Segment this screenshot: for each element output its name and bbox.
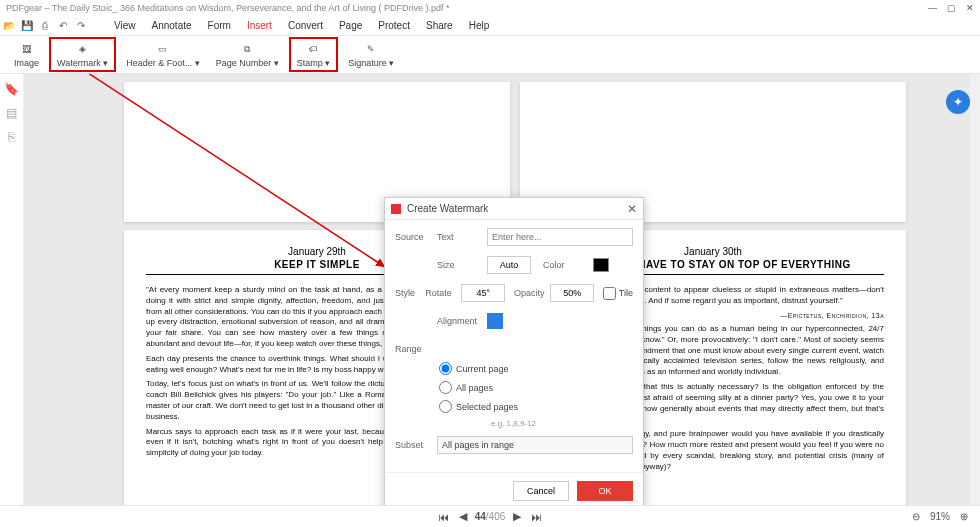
rotate-label: Rotate [425, 288, 461, 298]
subset-select[interactable]: All pages in range [437, 436, 633, 454]
watermark-button[interactable]: ◈ Watermark ▾ [49, 37, 116, 72]
color-swatch[interactable] [593, 258, 609, 272]
stamp-button[interactable]: 🏷 Stamp ▾ [289, 37, 339, 72]
status-bar: ⏮ ◀ 44/406 ▶ ⏭ ⊖ 91% ⊕ [0, 505, 980, 527]
opacity-input[interactable] [550, 284, 594, 302]
menu-convert[interactable]: Convert [280, 20, 331, 31]
style-label: Style [395, 288, 425, 298]
menu-annotate[interactable]: Annotate [144, 20, 200, 31]
stamp-label: Stamp ▾ [297, 58, 331, 68]
signature-icon: ✎ [363, 41, 379, 57]
print-icon[interactable]: ⎙ [36, 20, 54, 31]
tile-checkbox[interactable]: Tile [603, 287, 633, 300]
minimize-icon[interactable]: — [928, 3, 937, 13]
opacity-label: Opacity [514, 288, 550, 298]
last-page-button[interactable]: ⏭ [529, 511, 544, 523]
menu-bar: 📂 💾 ⎙ ↶ ↷ View Annotate Form Insert Conv… [0, 16, 980, 36]
zoom-out-button[interactable]: ⊖ [912, 511, 920, 522]
header-footer-button[interactable]: ▭ Header & Foot... ▾ [120, 39, 206, 70]
menu-page[interactable]: Page [331, 20, 370, 31]
prev-page-button[interactable]: ◀ [457, 510, 469, 523]
left-rail: 🔖 ▤ ⎘ [0, 74, 24, 505]
image-label: Image [14, 58, 39, 68]
dialog-titlebar: Create Watermark ✕ [385, 198, 643, 220]
size-label: Size [437, 260, 487, 270]
ok-button[interactable]: OK [577, 481, 633, 501]
header-footer-icon: ▭ [155, 41, 171, 57]
range-all-radio[interactable]: All pages [439, 381, 633, 394]
alignment-swatch[interactable] [487, 313, 503, 329]
first-page-button[interactable]: ⏮ [436, 511, 451, 523]
zoom-in-button[interactable]: ⊕ [960, 511, 968, 522]
range-hint: e.g. 1,8,9-12 [491, 419, 633, 428]
save-icon[interactable]: 💾 [18, 20, 36, 31]
undo-icon[interactable]: ↶ [54, 20, 72, 31]
rotate-input[interactable] [461, 284, 505, 302]
page-number[interactable]: 44/406 [475, 511, 506, 522]
color-label: Color [543, 260, 593, 270]
range-selected-radio[interactable]: Selected pages [439, 400, 633, 413]
dialog-title: Create Watermark [407, 203, 488, 214]
zoom-value: 91% [930, 511, 950, 522]
page-number-icon: ⧉ [239, 41, 255, 57]
dialog-close-button[interactable]: ✕ [627, 202, 637, 216]
watermark-text-input[interactable] [487, 228, 633, 246]
subset-label: Subset [395, 440, 437, 450]
menu-share[interactable]: Share [418, 20, 461, 31]
redo-icon[interactable]: ↷ [72, 20, 90, 31]
signature-button[interactable]: ✎ Signature ▾ [342, 39, 400, 70]
signature-label: Signature ▾ [348, 58, 394, 68]
assistant-badge[interactable]: ✦ [946, 90, 970, 114]
open-icon[interactable]: 📂 [0, 20, 18, 31]
range-label: Range [395, 344, 437, 354]
watermark-icon: ◈ [75, 41, 91, 57]
header-footer-label: Header & Foot... ▾ [126, 58, 200, 68]
menu-protect[interactable]: Protect [370, 20, 418, 31]
watermark-label: Watermark ▾ [57, 58, 108, 68]
app-icon [391, 204, 401, 214]
source-label: Source [395, 232, 437, 242]
menu-form[interactable]: Form [200, 20, 239, 31]
window-controls: — ▢ ✕ [928, 3, 974, 13]
vertical-scrollbar[interactable] [970, 74, 980, 505]
zoom-controls: ⊖ 91% ⊕ [912, 511, 980, 522]
alignment-label: Alignment [437, 316, 487, 326]
image-button[interactable]: 🖼 Image [8, 39, 45, 70]
ribbon: 🖼 Image ◈ Watermark ▾ ▭ Header & Foot...… [0, 36, 980, 74]
size-input[interactable] [487, 256, 531, 274]
menu-help[interactable]: Help [461, 20, 498, 31]
page-number-label: Page Number ▾ [216, 58, 279, 68]
thumbnail-icon[interactable]: ▤ [6, 106, 17, 120]
create-watermark-dialog: Create Watermark ✕ Source Text Size Colo… [384, 197, 644, 505]
document-area: January 29th KEEP IT SIMPLE "At every mo… [24, 74, 980, 505]
next-page-button[interactable]: ▶ [511, 510, 523, 523]
image-icon: 🖼 [19, 41, 35, 57]
bookmark-icon[interactable]: 🔖 [4, 82, 19, 96]
attachment-icon[interactable]: ⎘ [8, 130, 15, 144]
stamp-icon: 🏷 [306, 41, 322, 57]
menu-insert[interactable]: Insert [239, 20, 280, 31]
maximize-icon[interactable]: ▢ [947, 3, 956, 13]
app-title: PDFgear – The Daily Stoic_ 366 Meditatio… [6, 3, 450, 13]
title-bar: PDFgear – The Daily Stoic_ 366 Meditatio… [0, 0, 980, 16]
cancel-button[interactable]: Cancel [513, 481, 569, 501]
menu-view[interactable]: View [106, 20, 144, 31]
close-icon[interactable]: ✕ [966, 3, 974, 13]
text-label: Text [437, 232, 487, 242]
page-number-button[interactable]: ⧉ Page Number ▾ [210, 39, 285, 70]
pager: ⏮ ◀ 44/406 ▶ ⏭ [436, 510, 545, 523]
range-current-radio[interactable]: Current page [439, 362, 633, 375]
